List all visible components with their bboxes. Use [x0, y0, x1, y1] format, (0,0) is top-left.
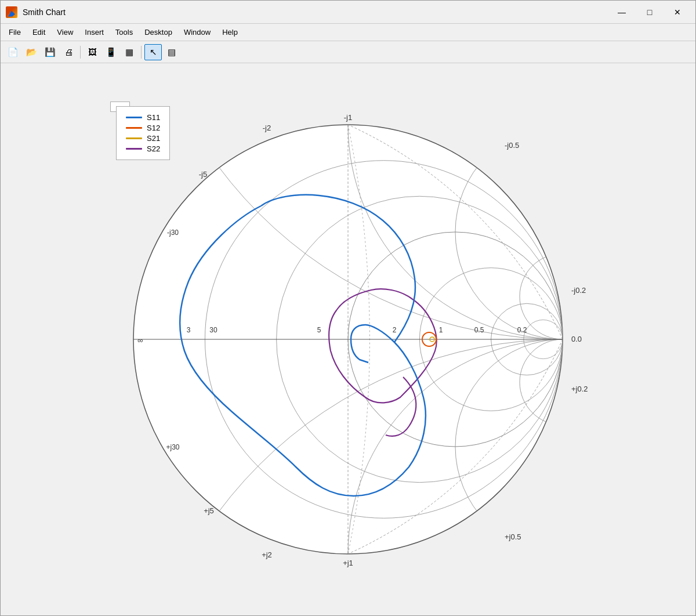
legend-box: S11 S12 S21 S22: [116, 106, 170, 160]
label-r1: 1: [439, 326, 443, 334]
legend-line-s11: [126, 117, 142, 118]
label-bottom-right: +j0.5: [505, 532, 521, 541]
label-r10: 3: [187, 326, 191, 334]
menu-item-tools[interactable]: Tools: [110, 26, 139, 39]
toolbar-separator-4: [80, 46, 81, 59]
select-button[interactable]: ↖: [144, 44, 162, 60]
export-button[interactable]: 🖼: [84, 44, 101, 60]
print-button[interactable]: 🖨: [60, 44, 77, 60]
label-bottom-left-2: +j2: [262, 550, 272, 559]
label-bottom: +j1: [343, 559, 353, 567]
maximize-button[interactable]: □: [636, 3, 663, 21]
label-r05: 0.5: [474, 326, 484, 334]
main-window: Smith Chart — □ ✕ FileEditViewInsertTool…: [0, 0, 696, 616]
legend-line-s22: [126, 148, 142, 150]
open-button[interactable]: 📂: [23, 44, 40, 60]
label-r02: 0.2: [517, 326, 527, 334]
label-r5: 5: [317, 326, 321, 334]
label-bottom-left-5: +j5: [204, 506, 214, 515]
close-button[interactable]: ✕: [664, 3, 691, 21]
label-plus-j02: +j0.2: [571, 385, 588, 393]
legend-label-s12: S12: [147, 124, 160, 132]
legend-label-s21: S21: [147, 134, 160, 143]
toolbar-separator-7: [141, 46, 142, 59]
label-minus-j2: -j2: [263, 124, 271, 132]
menu-item-view[interactable]: View: [51, 26, 79, 39]
legend-label-s11: S11: [147, 113, 160, 122]
window-controls: — □ ✕: [608, 3, 691, 21]
label-minus-j30: -j30: [167, 229, 179, 237]
menu-bar: FileEditViewInsertToolsDesktopWindowHelp: [1, 24, 695, 41]
menu-item-file[interactable]: File: [3, 26, 27, 39]
legend-line-s12: [126, 127, 142, 129]
legend-item-s12: S12: [126, 124, 160, 132]
label-minus-j02: -j0.2: [571, 286, 586, 295]
title-bar: Smith Chart — □ ✕: [1, 1, 695, 24]
properties-button[interactable]: ▦: [121, 44, 138, 60]
menu-item-help[interactable]: Help: [216, 26, 244, 39]
menu-item-window[interactable]: Window: [178, 26, 216, 39]
menu-item-insert[interactable]: Insert: [79, 26, 110, 39]
smith-chart-container: -j1 -j0.5 0.0 +j0.5 +j1 +j2 +j5 +j30 ∞ -…: [87, 90, 609, 589]
minimize-button[interactable]: —: [608, 3, 635, 21]
mobile-button[interactable]: 📱: [102, 44, 119, 60]
new-button[interactable]: 📄: [4, 44, 21, 60]
legend-label-s22: S22: [147, 144, 160, 153]
save-button[interactable]: 💾: [41, 44, 59, 60]
label-minus-j5: -j5: [199, 170, 207, 179]
label-r2: 2: [393, 326, 397, 334]
label-top-right: -j0.5: [505, 141, 519, 150]
label-r30: 30: [209, 326, 217, 334]
toolbar: 📄📂💾🖨🖼📱▦↖▤: [1, 41, 695, 63]
menu-item-edit[interactable]: Edit: [27, 26, 51, 39]
layout-button[interactable]: ▤: [163, 44, 180, 60]
smith-chart-svg: -j1 -j0.5 0.0 +j0.5 +j1 +j2 +j5 +j30 ∞ -…: [87, 90, 609, 589]
matlab-icon: [6, 6, 17, 18]
label-plus-j30: +j30: [166, 443, 179, 451]
legend-item-s11: S11: [126, 113, 160, 122]
label-right: 0.0: [571, 335, 582, 343]
legend-line-s21: [126, 137, 142, 139]
chart-area: -j1 -j0.5 0.0 +j0.5 +j1 +j2 +j5 +j30 ∞ -…: [1, 63, 695, 615]
legend-item-s21: S21: [126, 134, 160, 143]
window-title: Smith Chart: [23, 8, 608, 17]
label-infinity: ∞: [137, 336, 143, 345]
legend-item-s22: S22: [126, 144, 160, 153]
app-icon: [5, 6, 18, 19]
menu-item-desktop[interactable]: Desktop: [139, 26, 178, 39]
label-top: -j1: [344, 113, 352, 122]
